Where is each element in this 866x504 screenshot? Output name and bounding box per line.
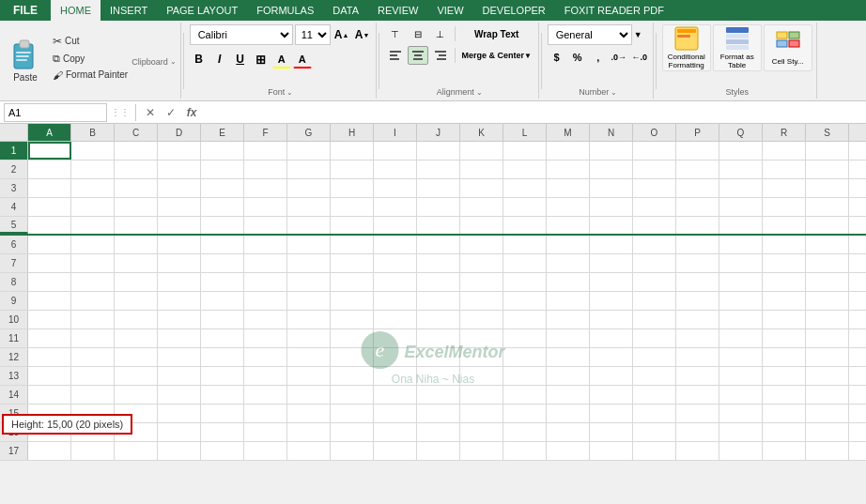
cell-L1[interactable]: [503, 142, 547, 160]
cell-A2[interactable]: [28, 160, 71, 178]
wrap-text-button[interactable]: Wrap Text: [459, 24, 534, 43]
col-header-R[interactable]: R: [763, 124, 806, 141]
insert-function-button[interactable]: fx: [183, 104, 200, 121]
row-header-5[interactable]: 5: [0, 217, 28, 234]
col-header-E[interactable]: E: [201, 124, 244, 141]
font-size-select[interactable]: 11: [295, 24, 331, 45]
row-header-6[interactable]: 6: [0, 236, 28, 253]
col-header-H[interactable]: H: [331, 124, 374, 141]
col-header-P[interactable]: P: [676, 124, 719, 141]
merge-dropdown-icon[interactable]: ▼: [524, 52, 532, 60]
alignment-expand-icon[interactable]: ⌄: [476, 88, 483, 97]
format-as-table-button[interactable]: Format as Table: [713, 24, 762, 71]
borders-button[interactable]: ⊞: [252, 50, 271, 69]
comma-button[interactable]: ,: [589, 48, 608, 67]
cut-button[interactable]: ✂ Cut: [49, 33, 131, 50]
conditional-formatting-button[interactable]: Conditional Formatting: [662, 24, 711, 71]
copy-button[interactable]: ⧉ Copy: [49, 51, 131, 67]
font-family-select[interactable]: Calibri: [190, 24, 293, 45]
align-center-button[interactable]: [408, 46, 428, 65]
accounting-button[interactable]: $: [548, 48, 566, 67]
font-expand-icon[interactable]: ⌄: [286, 88, 293, 97]
row-header-17[interactable]: 17: [0, 442, 28, 460]
cell-M1[interactable]: [547, 142, 590, 160]
cell-B1[interactable]: [71, 142, 115, 160]
cell-R1[interactable]: [763, 142, 806, 160]
col-header-S[interactable]: S: [806, 124, 849, 141]
increase-decimal-button[interactable]: .0→: [610, 48, 628, 67]
col-header-M[interactable]: M: [547, 124, 590, 141]
col-header-A[interactable]: A: [28, 124, 71, 141]
row-header-16[interactable]: 16: [0, 423, 28, 441]
row-header-2[interactable]: 2: [0, 160, 28, 178]
decrease-font-button[interactable]: A▼: [353, 25, 372, 44]
cell-E1[interactable]: [201, 142, 244, 160]
row-header-8[interactable]: 8: [0, 273, 28, 291]
row-header-15[interactable]: 15: [0, 405, 28, 422]
format-painter-button[interactable]: 🖌 Format Painter: [49, 68, 131, 83]
col-header-K[interactable]: K: [460, 124, 503, 141]
col-header-D[interactable]: D: [158, 124, 201, 141]
tab-formulas[interactable]: FORMULAS: [247, 0, 323, 21]
cell-F1[interactable]: [244, 142, 287, 160]
name-box[interactable]: [4, 103, 107, 122]
cell-C1[interactable]: [115, 142, 158, 160]
middle-align-button[interactable]: ⊟: [408, 24, 428, 43]
top-align-button[interactable]: ⊤: [385, 24, 406, 43]
col-header-F[interactable]: F: [244, 124, 287, 141]
cell-G1[interactable]: [287, 142, 331, 160]
bottom-align-button[interactable]: ⊥: [430, 24, 451, 43]
row-header-13[interactable]: 13: [0, 367, 28, 385]
col-header-L[interactable]: L: [503, 124, 547, 141]
underline-button[interactable]: U: [231, 50, 250, 69]
row-header-3[interactable]: 3: [0, 179, 28, 197]
col-header-Q[interactable]: Q: [719, 124, 763, 141]
cell-Q1[interactable]: [719, 142, 763, 160]
number-format-expand-icon[interactable]: ▼: [634, 30, 642, 39]
paste-button[interactable]: Paste: [4, 31, 47, 91]
col-header-I[interactable]: I: [374, 124, 417, 141]
merge-center-button[interactable]: Merge & Center ▼: [459, 46, 534, 65]
cell-O1[interactable]: [633, 142, 676, 160]
fill-color-button[interactable]: A: [272, 50, 291, 69]
formula-input[interactable]: [204, 103, 862, 122]
tab-page-layout[interactable]: PAGE LAYOUT: [157, 0, 247, 21]
align-right-button[interactable]: [430, 46, 451, 65]
cell-J1[interactable]: [417, 142, 460, 160]
row-header-7[interactable]: 7: [0, 254, 28, 272]
cell-D1[interactable]: [158, 142, 201, 160]
tab-developer[interactable]: DEVELOPER: [473, 0, 555, 21]
row-header-1[interactable]: 1: [0, 142, 28, 160]
cell-S1[interactable]: [806, 142, 849, 160]
align-left-button[interactable]: [385, 46, 406, 65]
cell-K1[interactable]: [460, 142, 503, 160]
row-header-10[interactable]: 10: [0, 311, 28, 328]
tab-insert[interactable]: INSERT: [101, 0, 157, 21]
percent-button[interactable]: %: [568, 48, 587, 67]
cancel-formula-button[interactable]: ✕: [142, 104, 159, 121]
tab-review[interactable]: REVIEW: [368, 0, 427, 21]
font-color-button[interactable]: A: [293, 50, 312, 69]
row-header-4[interactable]: 4: [0, 198, 28, 216]
cell-N1[interactable]: [590, 142, 633, 160]
increase-font-button[interactable]: A▲: [332, 25, 351, 44]
tab-data[interactable]: DATA: [323, 0, 368, 21]
bold-button[interactable]: B: [190, 50, 209, 69]
col-header-C[interactable]: C: [115, 124, 158, 141]
row-header-12[interactable]: 12: [0, 348, 28, 366]
number-format-select[interactable]: General: [548, 24, 632, 45]
tab-foxit[interactable]: FOXIT READER PDF: [555, 0, 673, 21]
tab-view[interactable]: VIEW: [427, 0, 472, 21]
decrease-decimal-button[interactable]: ←.0: [630, 48, 649, 67]
number-expand-icon[interactable]: ⌄: [611, 88, 617, 97]
col-header-O[interactable]: O: [633, 124, 676, 141]
row-header-14[interactable]: 14: [0, 386, 28, 404]
file-tab[interactable]: FILE: [0, 0, 51, 21]
col-header-B[interactable]: B: [71, 124, 115, 141]
italic-button[interactable]: I: [210, 50, 229, 69]
tab-home[interactable]: HOME: [51, 0, 101, 21]
cell-A1[interactable]: [28, 142, 71, 160]
cell-styles-button[interactable]: Cell Sty...: [764, 24, 812, 71]
col-header-G[interactable]: G: [287, 124, 331, 141]
col-header-T[interactable]: T: [849, 124, 866, 141]
